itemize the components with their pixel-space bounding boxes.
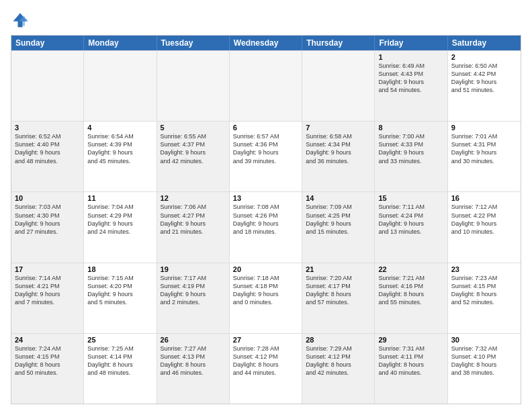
day-cell-6: 6Sunrise: 6:57 AM Sunset: 4:36 PM Daylig… — [230, 122, 302, 191]
header — [11, 11, 521, 30]
header-day-wednesday: Wednesday — [230, 36, 302, 50]
day-info: Sunrise: 7:31 AM Sunset: 4:11 PM Dayligh… — [378, 345, 443, 377]
day-info: Sunrise: 7:23 AM Sunset: 4:15 PM Dayligh… — [451, 274, 517, 307]
day-number: 6 — [233, 124, 298, 132]
day-info: Sunrise: 7:18 AM Sunset: 4:18 PM Dayligh… — [233, 274, 298, 307]
day-info: Sunrise: 6:54 AM Sunset: 4:39 PM Dayligh… — [87, 132, 152, 165]
day-info: Sunrise: 6:50 AM Sunset: 4:42 PM Dayligh… — [451, 62, 517, 95]
day-number: 29 — [378, 336, 443, 344]
day-info: Sunrise: 6:58 AM Sunset: 4:34 PM Dayligh… — [306, 132, 371, 165]
calendar-row-2: 10Sunrise: 7:03 AM Sunset: 4:30 PM Dayli… — [11, 191, 521, 262]
day-number: 8 — [378, 124, 443, 132]
day-number: 23 — [451, 265, 517, 273]
day-cell-3: 3Sunrise: 6:52 AM Sunset: 4:40 PM Daylig… — [11, 122, 84, 191]
day-number: 17 — [15, 265, 80, 273]
calendar-header: SundayMondayTuesdayWednesdayThursdayFrid… — [11, 36, 521, 50]
day-number: 16 — [451, 194, 517, 202]
day-cell-20: 20Sunrise: 7:18 AM Sunset: 4:18 PM Dayli… — [230, 263, 302, 333]
day-number: 19 — [161, 265, 226, 273]
day-cell-25: 25Sunrise: 7:25 AM Sunset: 4:14 PM Dayli… — [84, 334, 157, 404]
day-number: 25 — [87, 336, 152, 344]
header-day-tuesday: Tuesday — [157, 36, 230, 50]
day-cell-8: 8Sunrise: 7:00 AM Sunset: 4:33 PM Daylig… — [375, 122, 447, 191]
day-info: Sunrise: 7:11 AM Sunset: 4:24 PM Dayligh… — [378, 203, 443, 236]
day-info: Sunrise: 7:12 AM Sunset: 4:22 PM Dayligh… — [451, 203, 517, 236]
day-number: 11 — [87, 194, 152, 202]
day-info: Sunrise: 7:27 AM Sunset: 4:13 PM Dayligh… — [161, 345, 226, 377]
day-info: Sunrise: 7:06 AM Sunset: 4:27 PM Dayligh… — [161, 203, 226, 236]
day-cell-10: 10Sunrise: 7:03 AM Sunset: 4:30 PM Dayli… — [11, 192, 84, 262]
day-info: Sunrise: 7:01 AM Sunset: 4:31 PM Dayligh… — [451, 132, 517, 165]
day-cell-15: 15Sunrise: 7:11 AM Sunset: 4:24 PM Dayli… — [375, 192, 447, 262]
day-number: 15 — [378, 194, 443, 202]
day-number: 18 — [87, 265, 152, 273]
day-info: Sunrise: 7:21 AM Sunset: 4:16 PM Dayligh… — [378, 274, 443, 307]
day-number: 20 — [233, 265, 298, 273]
day-cell-9: 9Sunrise: 7:01 AM Sunset: 4:31 PM Daylig… — [448, 122, 521, 191]
day-cell-4: 4Sunrise: 6:54 AM Sunset: 4:39 PM Daylig… — [84, 122, 157, 191]
day-cell-18: 18Sunrise: 7:15 AM Sunset: 4:20 PM Dayli… — [84, 263, 157, 333]
header-day-monday: Monday — [84, 36, 157, 50]
day-info: Sunrise: 7:20 AM Sunset: 4:17 PM Dayligh… — [306, 274, 371, 307]
day-info: Sunrise: 7:29 AM Sunset: 4:12 PM Dayligh… — [306, 345, 371, 377]
day-info: Sunrise: 7:08 AM Sunset: 4:26 PM Dayligh… — [233, 203, 298, 236]
page: SundayMondayTuesdayWednesdayThursdayFrid… — [0, 0, 532, 411]
logo-icon — [11, 11, 30, 30]
day-info: Sunrise: 7:03 AM Sunset: 4:30 PM Dayligh… — [15, 203, 80, 236]
calendar-row-4: 24Sunrise: 7:24 AM Sunset: 4:15 PM Dayli… — [11, 333, 521, 404]
header-day-saturday: Saturday — [448, 36, 521, 50]
day-number: 1 — [378, 53, 443, 61]
day-info: Sunrise: 7:04 AM Sunset: 4:29 PM Dayligh… — [87, 203, 152, 236]
day-cell-21: 21Sunrise: 7:20 AM Sunset: 4:17 PM Dayli… — [302, 263, 375, 333]
day-cell-23: 23Sunrise: 7:23 AM Sunset: 4:15 PM Dayli… — [448, 263, 521, 333]
day-info: Sunrise: 7:24 AM Sunset: 4:15 PM Dayligh… — [15, 345, 80, 377]
day-cell-24: 24Sunrise: 7:24 AM Sunset: 4:15 PM Dayli… — [11, 334, 84, 404]
day-cell-11: 11Sunrise: 7:04 AM Sunset: 4:29 PM Dayli… — [84, 192, 157, 262]
day-cell-30: 30Sunrise: 7:32 AM Sunset: 4:10 PM Dayli… — [448, 334, 521, 404]
day-number: 21 — [306, 265, 371, 273]
day-info: Sunrise: 7:15 AM Sunset: 4:20 PM Dayligh… — [87, 274, 152, 307]
day-cell-16: 16Sunrise: 7:12 AM Sunset: 4:22 PM Dayli… — [448, 192, 521, 262]
day-number: 24 — [15, 336, 80, 344]
day-cell-1: 1Sunrise: 6:49 AM Sunset: 4:43 PM Daylig… — [375, 51, 447, 121]
day-info: Sunrise: 6:57 AM Sunset: 4:36 PM Dayligh… — [233, 132, 298, 165]
day-number: 10 — [15, 194, 80, 202]
calendar-body: 1Sunrise: 6:49 AM Sunset: 4:43 PM Daylig… — [11, 50, 521, 404]
calendar-row-3: 17Sunrise: 7:14 AM Sunset: 4:21 PM Dayli… — [11, 263, 521, 333]
calendar: SundayMondayTuesdayWednesdayThursdayFrid… — [11, 35, 521, 404]
day-info: Sunrise: 7:28 AM Sunset: 4:12 PM Dayligh… — [233, 345, 298, 377]
day-number: 7 — [306, 124, 371, 132]
calendar-row-1: 3Sunrise: 6:52 AM Sunset: 4:40 PM Daylig… — [11, 121, 521, 191]
empty-cell-0-0 — [11, 51, 84, 121]
day-number: 9 — [451, 124, 517, 132]
day-number: 26 — [161, 336, 226, 344]
day-info: Sunrise: 7:00 AM Sunset: 4:33 PM Dayligh… — [378, 132, 443, 165]
day-cell-17: 17Sunrise: 7:14 AM Sunset: 4:21 PM Dayli… — [11, 263, 84, 333]
day-cell-12: 12Sunrise: 7:06 AM Sunset: 4:27 PM Dayli… — [157, 192, 230, 262]
day-info: Sunrise: 6:52 AM Sunset: 4:40 PM Dayligh… — [15, 132, 80, 165]
day-number: 4 — [87, 124, 152, 132]
calendar-row-0: 1Sunrise: 6:49 AM Sunset: 4:43 PM Daylig… — [11, 50, 521, 121]
day-number: 28 — [306, 336, 371, 344]
empty-cell-0-1 — [84, 51, 157, 121]
day-number: 22 — [378, 265, 443, 273]
day-cell-19: 19Sunrise: 7:17 AM Sunset: 4:19 PM Dayli… — [157, 263, 230, 333]
header-day-sunday: Sunday — [11, 36, 84, 50]
day-number: 12 — [161, 194, 226, 202]
empty-cell-0-2 — [157, 51, 230, 121]
day-info: Sunrise: 6:49 AM Sunset: 4:43 PM Dayligh… — [378, 62, 443, 95]
day-cell-22: 22Sunrise: 7:21 AM Sunset: 4:16 PM Dayli… — [375, 263, 447, 333]
header-day-thursday: Thursday — [302, 36, 375, 50]
day-cell-29: 29Sunrise: 7:31 AM Sunset: 4:11 PM Dayli… — [375, 334, 447, 404]
logo — [11, 11, 32, 30]
day-number: 14 — [306, 194, 371, 202]
empty-cell-0-3 — [230, 51, 302, 121]
day-number: 2 — [451, 53, 517, 61]
day-cell-7: 7Sunrise: 6:58 AM Sunset: 4:34 PM Daylig… — [302, 122, 375, 191]
day-number: 27 — [233, 336, 298, 344]
day-cell-27: 27Sunrise: 7:28 AM Sunset: 4:12 PM Dayli… — [230, 334, 302, 404]
header-day-friday: Friday — [375, 36, 447, 50]
day-info: Sunrise: 6:55 AM Sunset: 4:37 PM Dayligh… — [161, 132, 226, 165]
empty-cell-0-4 — [302, 51, 375, 121]
day-cell-14: 14Sunrise: 7:09 AM Sunset: 4:25 PM Dayli… — [302, 192, 375, 262]
